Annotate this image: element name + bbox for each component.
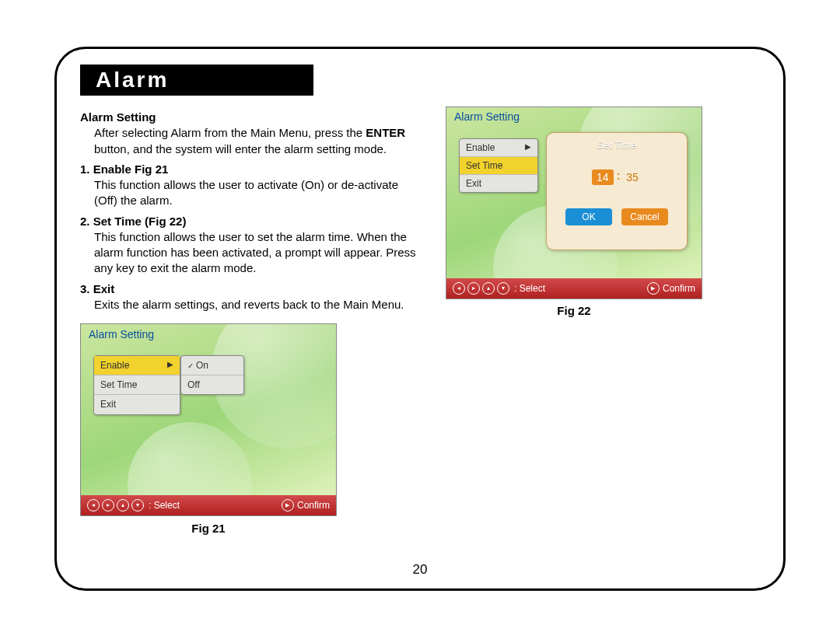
section-title: Alarm: [80, 65, 313, 96]
fig21-caption: Fig 21: [80, 521, 337, 536]
fig21-submenu-off[interactable]: Off: [181, 375, 243, 394]
alarm-setting-body-a: After selecting Alarm from the Main Menu…: [94, 126, 362, 139]
chevron-right-icon: ▶: [167, 359, 173, 372]
fig21-confirm-label: Confirm: [297, 499, 330, 512]
fig22-footer: ◂ ▸ ▴ ▾ : Select ▶ Confirm: [446, 278, 702, 299]
fig21-submenu-on[interactable]: ✓On: [181, 356, 243, 375]
fig22-screen: Alarm Setting Enable ▶ Set Time Exit Set…: [446, 106, 702, 299]
arrow-left-icon: ◂: [87, 499, 100, 512]
fig22-footer-left: ◂ ▸ ▴ ▾ : Select: [453, 282, 545, 295]
fig21-submenu: ✓On Off: [180, 355, 244, 395]
arrow-right-icon: ▸: [467, 282, 480, 295]
arrow-up-icon: ▴: [117, 499, 129, 512]
enable-body: This function allows the user to activat…: [94, 177, 422, 209]
fig21-select-label: Select: [154, 500, 180, 511]
settime-heading: 2. Set Time (Fig 22): [80, 214, 422, 229]
page-frame: Alarm Alarm Setting After selecting Alar…: [54, 47, 786, 591]
left-column: Alarm Setting After selecting Alarm from…: [80, 106, 422, 536]
fig21-on-label: On: [196, 360, 208, 371]
chevron-right-icon: ▶: [525, 142, 531, 153]
page-number: 20: [57, 562, 783, 578]
alarm-setting-heading: Alarm Setting: [80, 110, 422, 125]
right-column: Alarm Setting Enable ▶ Set Time Exit Set…: [446, 106, 757, 536]
fig22-settime-panel: Set Time 14 : 35 OK Cancel: [546, 132, 688, 250]
fig22-menu-settime[interactable]: Set Time: [460, 157, 537, 175]
fig22-caption: Fig 22: [446, 304, 702, 317]
arrow-down-icon: ▾: [497, 282, 509, 295]
play-icon: ▶: [647, 282, 660, 295]
fig22-time-minute[interactable]: 35: [623, 169, 642, 185]
fig21-screen: Alarm Setting Enable ▶ Set Time Exit: [80, 323, 337, 516]
ok-button[interactable]: OK: [565, 208, 612, 225]
fig21-menu: Enable ▶ Set Time Exit: [93, 355, 180, 415]
play-icon: ▶: [282, 499, 294, 512]
fig21-footer: ◂ ▸ ▴ ▾ : Select ▶ Confirm: [81, 495, 336, 515]
fig22-menu-enable[interactable]: Enable ▶: [460, 139, 537, 157]
enable-heading: 1. Enable Fig 21: [80, 162, 422, 177]
fig22-time-hour[interactable]: 14: [592, 169, 614, 185]
alarm-setting-body: After selecting Alarm from the Main Menu…: [94, 125, 422, 157]
fig21-off-label: Off: [187, 379, 200, 390]
fig22-confirm-label: Confirm: [663, 283, 695, 294]
fig22-menu: Enable ▶ Set Time Exit: [459, 138, 538, 193]
fig22-menu-exit[interactable]: Exit: [460, 175, 537, 192]
direction-icons: ◂ ▸ ▴ ▾: [453, 282, 509, 295]
time-colon: :: [617, 169, 621, 185]
fig22-panel-title: Set Time: [547, 133, 687, 151]
check-icon: ✓: [187, 361, 194, 370]
fig22-select-label: Select: [520, 283, 545, 294]
fig22-menu-settime-label: Set Time: [466, 160, 502, 171]
fig22-screen-title: Alarm Setting: [454, 110, 520, 123]
fig22-menu-enable-label: Enable: [466, 142, 495, 153]
fig21-footer-right: ▶ Confirm: [282, 499, 330, 512]
fig22-footer-right: ▶ Confirm: [647, 282, 695, 295]
alarm-setting-body-b: button, and the system will enter the al…: [94, 142, 387, 155]
fig21-footer-select: : Select: [149, 499, 180, 512]
fig21-menu-enable[interactable]: Enable ▶: [94, 356, 180, 375]
arrow-left-icon: ◂: [453, 282, 465, 295]
cancel-button[interactable]: Cancel: [621, 208, 668, 225]
settime-body: This function allows the user to set the…: [94, 229, 422, 277]
fig21-menu-enable-label: Enable: [100, 359, 129, 372]
arrow-right-icon: ▸: [102, 499, 114, 512]
fig22-time-value: 14 : 35: [547, 169, 687, 185]
fig22-menu-exit-label: Exit: [466, 178, 481, 189]
fig22-panel-buttons: OK Cancel: [547, 208, 687, 225]
arrow-up-icon: ▴: [482, 282, 495, 295]
direction-icons: ◂ ▸ ▴ ▾: [87, 499, 144, 512]
fig22-footer-select: : Select: [514, 283, 545, 294]
fig21-footer-left: ◂ ▸ ▴ ▾ : Select: [87, 499, 180, 512]
enter-keyword: ENTER: [366, 126, 405, 139]
arrow-down-icon: ▾: [131, 499, 144, 512]
fig21-menu-settime-label: Set Time: [100, 379, 137, 391]
content-columns: Alarm Setting After selecting Alarm from…: [80, 106, 760, 536]
exit-body: Exits the alarm settings, and reverts ba…: [94, 297, 422, 312]
fig21-menu-exit[interactable]: Exit: [94, 395, 180, 414]
fig21-screen-title: Alarm Setting: [89, 327, 154, 342]
exit-heading: 3. Exit: [80, 281, 422, 297]
fig21-menu-exit-label: Exit: [100, 398, 116, 410]
fig21-menu-settime[interactable]: Set Time: [94, 375, 180, 395]
